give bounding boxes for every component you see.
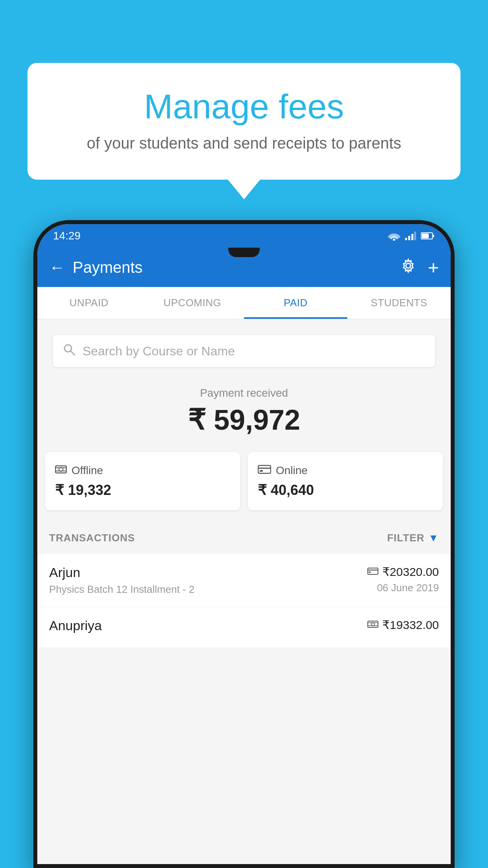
card-header-offline: Offline [55,464,230,477]
svg-rect-21 [368,621,378,627]
svg-rect-1 [405,238,407,240]
transaction-row[interactable]: Arjun Physics Batch 12 Installment - 2 ₹… [37,554,451,607]
offline-card: Offline ₹ 19,332 [45,452,240,510]
offline-icon [55,464,67,477]
cash-icon [55,464,67,474]
card-icon [258,464,271,474]
payment-summary: Payment received ₹ 59,972 [37,375,451,448]
svg-rect-18 [368,568,378,574]
bubble-subtitle: of your students and send receipts to pa… [51,134,437,152]
online-icon [258,464,271,477]
transaction-name: Anupriya [49,618,102,633]
transactions-label: TRANSACTIONS [49,532,135,544]
battery-icon [421,232,435,240]
payment-cards: Offline ₹ 19,332 Online ₹ 40,640 [37,448,451,522]
magnifier-icon [63,343,75,356]
transaction-amount-row: ₹20320.00 [367,565,439,579]
bubble-title: Manage fees [51,86,437,127]
svg-rect-17 [260,470,263,472]
speech-bubble-container: Manage fees of your students and send re… [28,63,460,180]
transaction-amount: ₹20320.00 [382,565,439,579]
transaction-name: Arjun [49,565,194,580]
payment-amount: ₹ 59,972 [45,403,443,436]
online-card: Online ₹ 40,640 [248,452,443,510]
app-bar-actions: + [400,257,439,278]
filter-button[interactable]: FILTER ▼ [387,532,439,544]
search-bar[interactable]: Search by Course or Name [53,335,435,367]
app-title: Payments [73,259,400,276]
speech-bubble: Manage fees of your students and send re… [28,63,460,180]
tab-students[interactable]: STUDENTS [347,287,451,319]
filter-label: FILTER [387,532,424,544]
transaction-amount: ₹19332.00 [382,618,439,632]
svg-rect-7 [422,234,429,238]
status-bar: 14:29 [37,224,451,248]
transaction-amount-row: ₹19332.00 [367,618,439,632]
settings-button[interactable] [400,258,416,277]
online-label: Online [276,464,308,477]
status-time: 14:29 [53,230,81,242]
tab-paid[interactable]: PAID [244,287,347,319]
svg-rect-4 [414,232,416,240]
signal-icon [405,232,416,240]
tab-upcoming[interactable]: UPCOMING [141,287,244,319]
transaction-left: Arjun Physics Batch 12 Installment - 2 [49,565,194,596]
gear-icon [400,258,416,274]
tab-bar: UNPAID UPCOMING PAID STUDENTS [37,287,451,319]
status-icons [388,231,435,241]
svg-rect-20 [369,572,371,573]
add-button[interactable]: + [428,257,439,278]
transaction-right: ₹19332.00 [367,618,439,635]
transaction-left: Anupriya [49,618,102,636]
svg-rect-15 [258,465,271,473]
wifi-icon [388,231,400,241]
back-button[interactable]: ← [49,259,65,276]
notch [228,248,260,257]
svg-line-10 [71,351,75,355]
svg-point-22 [371,623,374,626]
svg-rect-2 [408,236,410,240]
transaction-date: 06 June 2019 [367,582,439,594]
transactions-header: TRANSACTIONS FILTER ▼ [37,522,451,554]
phone-frame: 14:29 [33,220,455,868]
card-header-online: Online [258,464,433,477]
filter-icon: ▼ [428,532,439,544]
svg-rect-3 [411,234,413,240]
svg-point-0 [393,239,395,241]
transaction-row[interactable]: Anupriya ₹19332.00 [37,607,451,648]
transaction-right: ₹20320.00 06 June 2019 [367,565,439,594]
search-icon [63,343,75,359]
transaction-cash-icon [367,620,378,630]
svg-rect-11 [55,466,66,473]
search-placeholder: Search by Course or Name [83,344,235,359]
cash-payment-icon [367,620,378,628]
phone-screen: 14:29 [37,224,451,864]
transaction-detail: Physics Batch 12 Installment - 2 [49,583,194,596]
offline-amount: ₹ 19,332 [55,482,230,498]
offline-label: Offline [72,464,103,477]
payment-label: Payment received [45,387,443,399]
transaction-card-icon [367,566,378,577]
card-payment-icon [367,567,378,575]
tab-unpaid[interactable]: UNPAID [37,287,141,319]
svg-point-8 [406,263,411,268]
svg-rect-6 [433,235,434,237]
online-amount: ₹ 40,640 [258,482,433,498]
